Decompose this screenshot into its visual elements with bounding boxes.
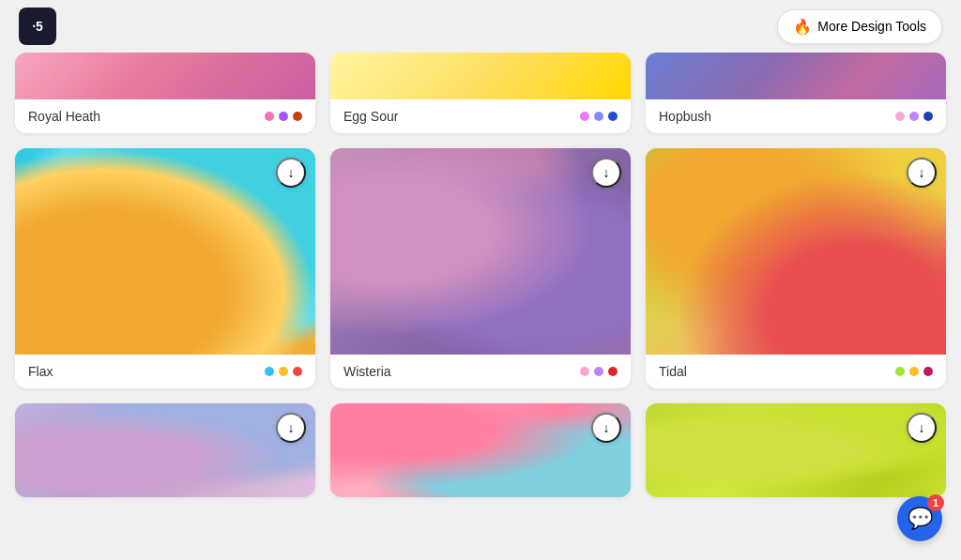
card-royal-heath: Royal Heath [15, 53, 315, 133]
card-name-hopbush: Hopbush [659, 109, 711, 124]
color-dots-egg-sour [580, 112, 618, 121]
card-image-hopbush [646, 53, 946, 99]
card-hopbush: Hopbush [646, 53, 946, 133]
page-wrapper: ·5 🔥 More Design Tools Royal Heath [0, 0, 961, 560]
dot-3 [293, 367, 302, 376]
chat-bubble[interactable]: 💬 1 [897, 496, 942, 541]
logo-text: ·5 [32, 19, 43, 34]
card-name-tidal: Tidal [659, 364, 687, 379]
dot-1 [265, 112, 274, 121]
card-image-egg-sour [330, 53, 631, 99]
top-row: Royal Heath Egg Sour [0, 53, 961, 133]
dot-1 [265, 367, 274, 376]
color-dots-royal-heath [265, 112, 302, 121]
more-design-label: More Design Tools [817, 19, 926, 34]
card-name-wisteria: Wisteria [343, 364, 391, 379]
dot-2 [279, 367, 288, 376]
card-tidal: ↓ Tidal [646, 148, 946, 388]
dot-1 [895, 367, 905, 376]
download-button-flax[interactable]: ↓ [276, 158, 306, 188]
card-name-royal-heath: Royal Heath [28, 109, 100, 124]
download-button-bottom-left[interactable]: ↓ [276, 413, 306, 443]
card-image-royal-heath [15, 53, 315, 99]
card-bottom-right: ↓ [646, 403, 946, 497]
download-arrow-tidal: ↓ [919, 165, 925, 180]
dot-3 [923, 112, 933, 121]
download-button-bottom-right[interactable]: ↓ [907, 413, 937, 443]
bottom-row: ↓ ↓ ↓ [0, 403, 961, 497]
download-button-bottom-mid[interactable]: ↓ [591, 413, 621, 443]
dot-3 [293, 112, 302, 121]
card-image-bottom-right: ↓ [646, 403, 946, 497]
card-bottom-left: ↓ [15, 403, 315, 497]
card-image-flax: ↓ [15, 148, 315, 355]
chat-badge: 1 [927, 494, 944, 511]
card-footer-hopbush: Hopbush [646, 99, 946, 133]
card-bottom-mid: ↓ [330, 403, 631, 497]
dot-1 [895, 112, 905, 121]
color-dots-hopbush [895, 112, 933, 121]
card-footer-royal-heath: Royal Heath [15, 99, 315, 133]
dot-1 [580, 367, 589, 376]
dot-2 [594, 367, 603, 376]
download-arrow-flax: ↓ [288, 165, 295, 180]
card-footer-flax: Flax [15, 355, 315, 388]
download-button-tidal[interactable]: ↓ [907, 158, 937, 188]
card-image-bottom-left: ↓ [15, 403, 315, 497]
download-button-wisteria[interactable]: ↓ [591, 158, 621, 188]
middle-row: ↓ Flax ↓ Wisteria [0, 148, 961, 403]
download-arrow-bottom-right: ↓ [919, 420, 925, 435]
download-arrow-wisteria: ↓ [603, 165, 610, 180]
fire-icon: 🔥 [793, 18, 812, 36]
dot-3 [608, 367, 618, 376]
more-design-button[interactable]: 🔥 More Design Tools [777, 9, 942, 44]
color-dots-tidal [895, 367, 933, 376]
card-name-egg-sour: Egg Sour [343, 109, 398, 124]
card-image-bottom-mid: ↓ [330, 403, 631, 497]
dot-3 [923, 367, 933, 376]
dot-3 [608, 112, 618, 121]
card-footer-wisteria: Wisteria [330, 355, 631, 388]
card-flax: ↓ Flax [15, 148, 315, 388]
download-arrow-bottom-left: ↓ [288, 420, 295, 435]
card-image-wisteria: ↓ [330, 148, 631, 355]
color-dots-flax [265, 367, 302, 376]
card-wisteria: ↓ Wisteria [330, 148, 631, 388]
color-dots-wisteria [580, 367, 618, 376]
dot-2 [279, 112, 288, 121]
header: ·5 🔥 More Design Tools [0, 0, 961, 53]
card-footer-egg-sour: Egg Sour [330, 99, 631, 133]
dot-2 [594, 112, 603, 121]
card-name-flax: Flax [28, 364, 53, 379]
dot-1 [580, 112, 589, 121]
dot-2 [909, 112, 919, 121]
card-image-tidal: ↓ [646, 148, 946, 355]
card-footer-tidal: Tidal [646, 355, 946, 388]
chat-icon: 💬 [908, 507, 933, 531]
logo: ·5 [19, 8, 56, 45]
card-egg-sour: Egg Sour [330, 53, 631, 133]
dot-2 [909, 367, 919, 376]
download-arrow-bottom-mid: ↓ [603, 420, 610, 435]
